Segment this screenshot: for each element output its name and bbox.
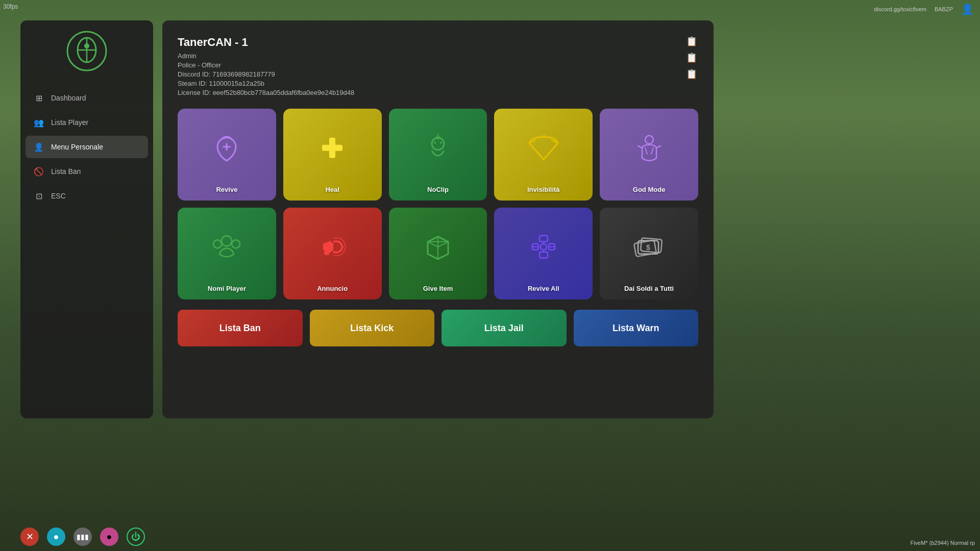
noclip-label: NoClip [427, 186, 449, 193]
lista-ban-nav-icon: 🚫 [34, 166, 44, 177]
giveitem-label: Give Item [423, 285, 453, 292]
svg-text:$: $ [646, 243, 650, 252]
user-name: BABZP [935, 6, 953, 12]
revive-card[interactable]: Revive [178, 109, 276, 201]
sidebar-item-menu-personale[interactable]: 👤 Menu Personale [26, 136, 148, 158]
reviveall-icon [528, 232, 559, 268]
noclip-icon [423, 133, 453, 169]
esc-label: ESC [51, 192, 66, 200]
action-cards-grid: Revive Heal [178, 109, 698, 299]
player-role: Admin [178, 52, 698, 60]
nomiplayer-icon [210, 233, 243, 267]
copy-icons-group: 📋 📋 📋 [686, 36, 698, 81]
invisibility-card[interactable]: Invisibilità [494, 109, 593, 201]
sidebar-item-esc[interactable]: ⊡ ESC [26, 185, 148, 207]
player-job: Police - Officer [178, 61, 698, 69]
taskbar-power-icon[interactable]: ⏻ [127, 528, 145, 546]
bottom-right-info: FiveM* (b2944) Normal rp [910, 540, 975, 546]
player-info: TanerCAN - 1 Admin Police - Officer Disc… [178, 36, 698, 96]
dashboard-label: Dashboard [51, 94, 86, 102]
taskbar: ✕ ● ▮▮▮ ● ⏻ [20, 528, 145, 546]
svg-point-4 [84, 43, 89, 48]
daisoldi-card[interactable]: $ Dai Soldi a Tutti [600, 208, 698, 299]
player-discord-id: Discord ID: 71693698982187779 [178, 70, 698, 78]
lista-player-icon: 👥 [34, 117, 44, 128]
svg-point-24 [541, 244, 547, 250]
menu-personale-icon: 👤 [34, 142, 44, 152]
revive-icon [211, 133, 242, 169]
svg-point-9 [440, 142, 442, 144]
lista-jail-button[interactable]: Lista Jail [442, 310, 567, 346]
copy-discord-icon[interactable]: 📋 [686, 36, 698, 48]
nomiplayer-card[interactable]: Nomi Player [178, 208, 276, 299]
daisoldi-icon: $ [633, 232, 666, 268]
heal-icon [317, 133, 348, 169]
lista-kick-button[interactable]: Lista Kick [310, 310, 435, 346]
revive-label: Revive [216, 186, 237, 193]
giveitem-icon [423, 232, 453, 268]
annuncio-label: Annuncio [317, 285, 348, 292]
svg-point-10 [436, 136, 440, 140]
sidebar-logo [66, 31, 107, 71]
sidebar: ⊞ Dashboard 👥 Lista Player 👤 Menu Person… [20, 20, 153, 418]
daisoldi-label: Dai Soldi a Tutti [624, 285, 674, 292]
invisibility-label: Invisibilità [527, 186, 560, 193]
menu-personale-label: Menu Personale [51, 143, 103, 151]
svg-rect-20 [540, 236, 548, 242]
dashboard-icon: ⊞ [34, 93, 44, 103]
svg-rect-17 [324, 251, 329, 255]
player-license-id: License ID: eeef52b80bcb778aa05ddaf6fba0… [178, 89, 698, 96]
svg-rect-16 [331, 243, 333, 251]
heal-label: Heal [325, 186, 339, 193]
svg-point-8 [434, 142, 436, 144]
copy-steam-icon[interactable]: 📋 [686, 52, 698, 64]
godmode-card[interactable]: God Mode [600, 109, 698, 201]
annuncio-card[interactable]: Annuncio [283, 208, 382, 299]
fps-counter: 30fps [3, 3, 18, 10]
godmode-icon [634, 133, 665, 169]
svg-point-13 [222, 236, 232, 246]
svg-rect-21 [540, 252, 548, 258]
noclip-card[interactable]: NoClip [389, 109, 487, 201]
esc-icon: ⊡ [34, 191, 44, 201]
sidebar-navigation: ⊞ Dashboard 👥 Lista Player 👤 Menu Person… [20, 87, 153, 207]
taskbar-pink-icon[interactable]: ● [100, 528, 118, 546]
sidebar-item-dashboard[interactable]: ⊞ Dashboard [26, 87, 148, 109]
svg-point-15 [232, 240, 240, 248]
player-steam-id: Steam ID: 11000015a12a25b [178, 80, 698, 87]
avatar-icon: 👤 [961, 3, 974, 15]
taskbar-info-icon[interactable]: ● [47, 528, 65, 546]
reviveall-label: Revive All [528, 285, 559, 292]
godmode-label: God Mode [633, 186, 666, 193]
sidebar-item-lista-player[interactable]: 👥 Lista Player [26, 111, 148, 134]
svg-point-14 [213, 240, 222, 248]
lista-ban-button[interactable]: Lista Ban [178, 310, 303, 346]
lista-warn-button[interactable]: Lista Warn [574, 310, 699, 346]
giveitem-card[interactable]: Give Item [389, 208, 487, 299]
top-bar: discord.gg/toxicfivem BABZP 👤 [868, 0, 980, 18]
reviveall-card[interactable]: Revive All [494, 208, 593, 299]
svg-point-12 [645, 136, 653, 144]
sidebar-item-lista-ban[interactable]: 🚫 Lista Ban [26, 160, 148, 183]
lista-ban-nav-label: Lista Ban [51, 167, 81, 176]
player-name: TanerCAN - 1 [178, 36, 698, 49]
lista-player-label: Lista Player [51, 118, 88, 127]
taskbar-close-icon[interactable]: ✕ [20, 528, 39, 546]
invisibility-icon [527, 135, 560, 168]
svg-rect-6 [322, 145, 342, 151]
taskbar-bars-icon[interactable]: ▮▮▮ [74, 528, 92, 546]
main-panel: 📋 📋 📋 TanerCAN - 1 Admin Police - Office… [162, 20, 714, 418]
bottom-buttons-group: Lista Ban Lista Kick Lista Jail Lista Wa… [178, 310, 698, 346]
discord-link: discord.gg/toxicfivem [874, 6, 926, 12]
copy-license-icon[interactable]: 📋 [686, 68, 698, 81]
nomiplayer-label: Nomi Player [208, 285, 246, 292]
annuncio-icon [317, 232, 348, 268]
heal-card[interactable]: Heal [283, 109, 382, 201]
